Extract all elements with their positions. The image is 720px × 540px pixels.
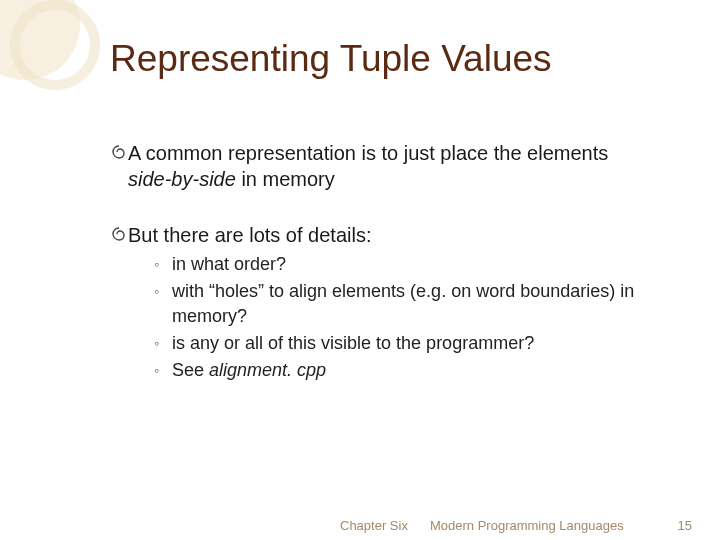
text-fragment: in what order? bbox=[172, 254, 286, 274]
sub-item: ◦ in what order? bbox=[154, 252, 650, 276]
text-fragment: is any or all of this visible to the pro… bbox=[172, 333, 534, 353]
sub-text: with “holes” to align elements (e.g. on … bbox=[172, 279, 650, 328]
ring-icon: ◦ bbox=[154, 358, 172, 382]
bullet-item: But there are lots of details: ◦ in what… bbox=[110, 222, 650, 385]
text-fragment: A common representation is to just place… bbox=[128, 142, 608, 164]
ring-icon: ◦ bbox=[154, 252, 172, 276]
sub-text: in what order? bbox=[172, 252, 650, 276]
text-fragment: in memory bbox=[236, 168, 335, 190]
swirl-icon bbox=[110, 222, 128, 246]
footer-chapter: Chapter Six bbox=[340, 518, 408, 533]
text-fragment: See bbox=[172, 360, 209, 380]
slide-title: Representing Tuple Values bbox=[110, 38, 670, 80]
sub-text: See alignment. cpp bbox=[172, 358, 650, 382]
text-fragment: with “holes” to align elements (e.g. on … bbox=[172, 281, 634, 325]
swirl-icon bbox=[110, 140, 128, 164]
footer-page: 15 bbox=[678, 518, 692, 533]
bullet-text: But there are lots of details: ◦ in what… bbox=[128, 222, 650, 385]
sub-item: ◦ is any or all of this visible to the p… bbox=[154, 331, 650, 355]
ring-icon: ◦ bbox=[154, 331, 172, 355]
bullet-item: A common representation is to just place… bbox=[110, 140, 650, 192]
sub-item: ◦ See alignment. cpp bbox=[154, 358, 650, 382]
sub-item: ◦ with “holes” to align elements (e.g. o… bbox=[154, 279, 650, 328]
text-italic: side-by-side bbox=[128, 168, 236, 190]
text-fragment: But there are lots of details: bbox=[128, 224, 371, 246]
footer-book: Modern Programming Languages bbox=[430, 518, 624, 533]
ring-icon: ◦ bbox=[154, 279, 172, 303]
text-italic: alignment. cpp bbox=[209, 360, 326, 380]
sub-text: is any or all of this visible to the pro… bbox=[172, 331, 650, 355]
sub-list: ◦ in what order? ◦ with “holes” to align… bbox=[128, 252, 650, 382]
slide: Representing Tuple Values A common repre… bbox=[0, 0, 720, 540]
bullet-text: A common representation is to just place… bbox=[128, 140, 650, 192]
slide-body: A common representation is to just place… bbox=[50, 140, 670, 385]
